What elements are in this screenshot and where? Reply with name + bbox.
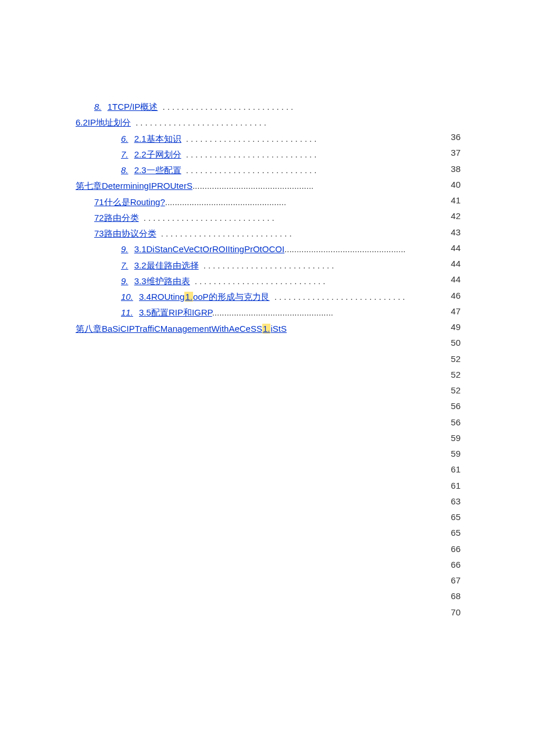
page-number: 43: [451, 225, 461, 239]
toc-entry: 71什么是Routing?...........................…: [76, 195, 401, 209]
toc-number: 6.: [121, 134, 129, 144]
page-number: 47: [451, 304, 461, 318]
toc-link[interactable]: 3.1DiStanCeVeCtOrROIItingPrOtOCOI: [134, 244, 284, 254]
page-number: 66: [451, 558, 461, 571]
page-number: 59: [451, 431, 461, 445]
toc-number: 10.: [121, 292, 133, 302]
toc-link[interactable]: 第七章DeterminingIPROUterS: [76, 181, 192, 191]
toc-leader-dots: ............................: [270, 292, 408, 302]
toc-entry: 6. 2.1基本知识 ............................: [76, 132, 401, 145]
page-number: 56: [451, 399, 461, 413]
toc-leader-dots: ............................: [156, 228, 294, 238]
toc-link[interactable]: 3.2最佳路由选择: [134, 260, 199, 270]
toc-link[interactable]: 71什么是Routing?: [94, 197, 165, 207]
page-number: 42: [451, 209, 461, 223]
toc-link[interactable]: 第八章BaSiCIPTraffiCManagementWithAeCeSS1.i…: [76, 324, 287, 334]
toc-entry: 6.2IP地址划分 ............................: [76, 116, 401, 129]
toc-link[interactable]: 6.2IP地址划分: [76, 117, 131, 127]
document-page: 8. 1TCP/IP概述 ...........................…: [0, 0, 535, 756]
page-number: 50: [451, 336, 461, 349]
toc-entry: 8. 1TCP/IP概述 ...........................…: [76, 100, 401, 113]
toc-leader-dots: ............................: [181, 149, 319, 159]
page-number: 61: [451, 463, 461, 476]
page-number: 63: [451, 495, 461, 508]
page-number: 70: [451, 605, 461, 619]
toc-leader-dots: ............................: [139, 213, 277, 223]
toc-leader-dots: ........................................…: [192, 181, 313, 191]
toc-entry: 11. 3.5配置RIP和IGRP.......................…: [76, 306, 401, 319]
toc-entry: 10. 3.4ROUting1.ooP的形成与克力艮 .............…: [76, 290, 401, 303]
page-number: 41: [451, 194, 461, 207]
page-number: 67: [451, 574, 461, 587]
page-number: 59: [451, 447, 461, 460]
page-number: 65: [451, 526, 461, 539]
page-number: 44: [451, 257, 461, 270]
toc-leader-dots: ............................: [158, 102, 295, 112]
page-number: 38: [451, 162, 461, 175]
toc-link[interactable]: 73路由协议分类: [94, 228, 156, 238]
toc-number: 9.: [121, 276, 129, 286]
page-number: 36: [451, 130, 461, 144]
toc-entry: 7. 3.2最佳路由选择 ...........................…: [76, 259, 401, 272]
page-number: 40: [451, 178, 461, 191]
page-number: 61: [451, 479, 461, 492]
toc-number: 8.: [121, 165, 129, 175]
page-number: 37: [451, 146, 461, 159]
toc-entry: 9. 3.3维护路由表 ............................: [76, 274, 401, 288]
toc-entry: 9. 3.1DiStanCeVeCtOrROIItingPrOtOCOI....…: [76, 242, 401, 256]
page-number: 66: [451, 542, 461, 556]
toc-entry: 73路由协议分类 ............................: [76, 227, 401, 240]
page-number: 56: [451, 415, 461, 429]
toc-link[interactable]: 2.2子网划分: [134, 149, 181, 159]
toc-leader-dots: ............................: [181, 165, 319, 175]
page-number: 52: [451, 368, 461, 381]
page-number: 68: [451, 589, 461, 603]
toc-link[interactable]: 2.3一些配置: [134, 165, 181, 175]
toc-leader-dots: ............................: [181, 134, 319, 144]
page-number: 52: [451, 384, 461, 397]
toc-number: 11.: [121, 307, 133, 317]
toc-link[interactable]: 3.5配置RIP和IGRP: [139, 307, 212, 317]
toc-entry: 8. 2.3一些配置 ............................: [76, 163, 401, 177]
toc-link[interactable]: 72路由分类: [94, 213, 139, 223]
page-number: 44: [451, 241, 461, 255]
toc-leader-dots: ........................................…: [284, 244, 405, 254]
page-number: 52: [451, 352, 461, 366]
toc-link[interactable]: 2.1基本知识: [134, 134, 181, 144]
toc-number: 8.: [94, 102, 102, 112]
page-number: 46: [451, 289, 461, 302]
toc-leader-dots: ........................................…: [165, 197, 286, 207]
toc-number: 7.: [121, 260, 129, 270]
toc-link[interactable]: 1TCP/IP概述: [108, 102, 158, 112]
toc-entry: 第八章BaSiCIPTraffiCManagementWithAeCeSS1.i…: [76, 322, 401, 335]
page-number: 65: [451, 510, 461, 524]
toc-link[interactable]: 3.4ROUting1.ooP的形成与克力艮: [139, 292, 270, 302]
toc-number: 7.: [121, 149, 129, 159]
toc-entry: 72路由分类 ............................: [76, 211, 401, 224]
toc-leader-dots: ........................................…: [212, 307, 333, 317]
toc-leader-dots: ............................: [199, 260, 337, 270]
toc-entry: 第七章DeterminingIPROUterS.................…: [76, 179, 401, 192]
page-number: 49: [451, 320, 461, 334]
page-number: 44: [451, 273, 461, 286]
toc-number: 9.: [121, 244, 129, 254]
toc-leader-dots: ............................: [190, 276, 328, 286]
toc-entry: 7. 2.2子网划分 ............................: [76, 148, 401, 161]
toc-leader-dots: ............................: [131, 117, 269, 127]
page-number-column: 3637384041424344444446474950525252565659…: [451, 128, 461, 621]
table-of-contents: 8. 1TCP/IP概述 ...........................…: [76, 98, 401, 338]
toc-link[interactable]: 3.3维护路由表: [134, 276, 190, 286]
highlight: 1.: [262, 324, 271, 334]
highlight: 1.: [184, 292, 193, 302]
